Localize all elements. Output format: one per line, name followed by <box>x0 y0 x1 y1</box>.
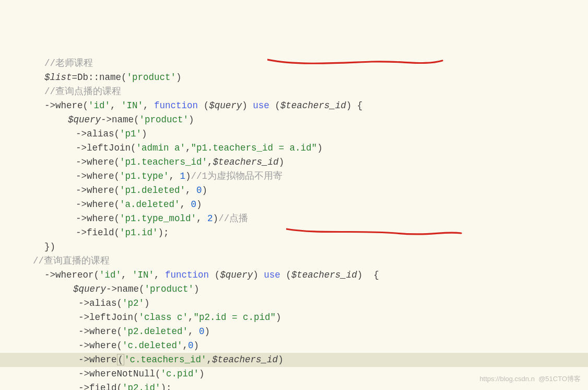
code-token: ( <box>83 100 89 111</box>
code-token: whereor <box>55 270 94 280</box>
code-token: field <box>87 227 114 238</box>
code-token: 'IN' <box>132 270 154 280</box>
code-token: -> <box>76 143 87 153</box>
code-token: ( <box>114 199 120 210</box>
code-token: 1 <box>180 171 186 181</box>
code-token: , <box>188 312 194 323</box>
code-line: $query->name('product') <box>0 282 588 296</box>
code-token: -> <box>76 199 87 210</box>
code-token: function <box>154 100 198 111</box>
code-token: 'p1.deleted' <box>120 185 185 196</box>
code-token: -> <box>78 326 89 337</box>
code-token: ) { <box>346 100 363 111</box>
code-token: ) <box>253 270 264 280</box>
code-token: ( <box>117 340 123 351</box>
code-token: ) <box>199 369 205 379</box>
code-token: ( <box>209 270 220 280</box>
code-token: =Db:: <box>72 72 100 83</box>
code-token: -> <box>44 270 55 280</box>
code-line: ->where('c.deleted',0) <box>0 339 588 353</box>
code-token: ) <box>196 199 202 210</box>
code-token: ) <box>142 129 147 139</box>
code-token: ( <box>131 143 136 153</box>
code-token: -> <box>78 354 89 365</box>
code-token: 'id' <box>88 100 110 111</box>
code-token: ) <box>176 72 182 83</box>
code-line: }) <box>0 240 588 254</box>
code-token: $query <box>209 100 242 111</box>
code-token: where <box>87 199 114 210</box>
code-token: ( <box>114 213 120 224</box>
code-token: name <box>117 284 139 294</box>
code-token: ( <box>198 100 209 111</box>
code-token: ) <box>278 354 284 365</box>
code-token: leftJoin <box>89 312 133 323</box>
watermark: https://blog.csdn.n @51CTO博客 <box>479 372 581 386</box>
code-token: $teachers_id <box>280 100 346 111</box>
code-token: ( <box>139 284 145 294</box>
code-line: ->where('p1.type_mold', 2)//点播 <box>0 212 588 226</box>
code-token: ( <box>134 114 139 125</box>
code-token: 'class c' <box>139 312 189 323</box>
code-token: ) <box>279 157 285 167</box>
code-token: 'c.pid' <box>161 369 199 379</box>
code-token: $list <box>44 72 72 83</box>
code-token: 'a.deleted' <box>120 199 180 210</box>
code-token: -> <box>78 340 89 351</box>
code-token: ( <box>114 129 120 139</box>
code-token: , <box>169 171 180 181</box>
code-token: 'product' <box>145 284 194 294</box>
code-token: ( <box>94 270 100 280</box>
code-token: , <box>196 213 207 224</box>
code-token: ) <box>144 298 150 308</box>
code-token: ( <box>114 227 120 238</box>
code-token: ) <box>242 100 253 111</box>
code-token: ); <box>161 383 172 390</box>
code-line: //老师课程 <box>0 56 588 71</box>
code-token: ( <box>280 270 291 280</box>
code-token: -> <box>76 157 87 167</box>
code-token: $teachers_id <box>213 157 279 167</box>
code-token: ) <box>189 114 194 125</box>
code-token: $teachers_id <box>212 354 278 365</box>
code-token: , <box>188 326 199 337</box>
code-token: ( <box>114 185 120 196</box>
code-token: , <box>121 270 132 280</box>
code-token: where <box>89 354 117 365</box>
code-line: ->field('p1.id'); <box>0 226 588 240</box>
code-token: , <box>110 100 121 111</box>
code-token: //查询直播的课程 <box>33 256 110 266</box>
code-token: ( <box>117 354 125 365</box>
code-token: where <box>87 213 114 224</box>
code-line: $query->name('product') <box>0 113 588 127</box>
code-token: ); <box>158 227 169 238</box>
code-token: where <box>89 340 117 351</box>
code-token: 'p2' <box>122 298 144 308</box>
code-token: -> <box>78 383 89 390</box>
code-token: , <box>207 157 213 167</box>
code-line: ->where('c.teachers_id',$teachers_id) <box>0 353 588 367</box>
code-token: -> <box>78 298 89 308</box>
code-line: ->alias('p1') <box>0 127 588 141</box>
code-token: $query <box>68 114 101 125</box>
code-token: 'p1.id' <box>120 227 158 238</box>
code-token: use <box>264 270 280 280</box>
code-token: 0 <box>199 326 205 337</box>
code-token: where <box>55 100 83 111</box>
code-token: ( <box>117 383 123 390</box>
code-token: ) <box>276 312 281 323</box>
code-token: , <box>143 100 154 111</box>
code-token: , <box>185 185 196 196</box>
code-token: use <box>253 100 269 111</box>
code-token: -> <box>101 114 112 125</box>
code-token: //点播 <box>218 213 248 224</box>
code-line: ->where('p2.deleted', 0) <box>0 325 588 339</box>
code-token: $query <box>220 270 253 280</box>
code-token: -> <box>106 284 117 294</box>
code-token: , <box>154 270 165 280</box>
code-token: -> <box>78 369 89 379</box>
code-line: ->alias('p2') <box>0 296 588 311</box>
code-token: ) <box>202 185 208 196</box>
code-token: where <box>87 171 114 181</box>
code-token: name <box>99 72 121 83</box>
